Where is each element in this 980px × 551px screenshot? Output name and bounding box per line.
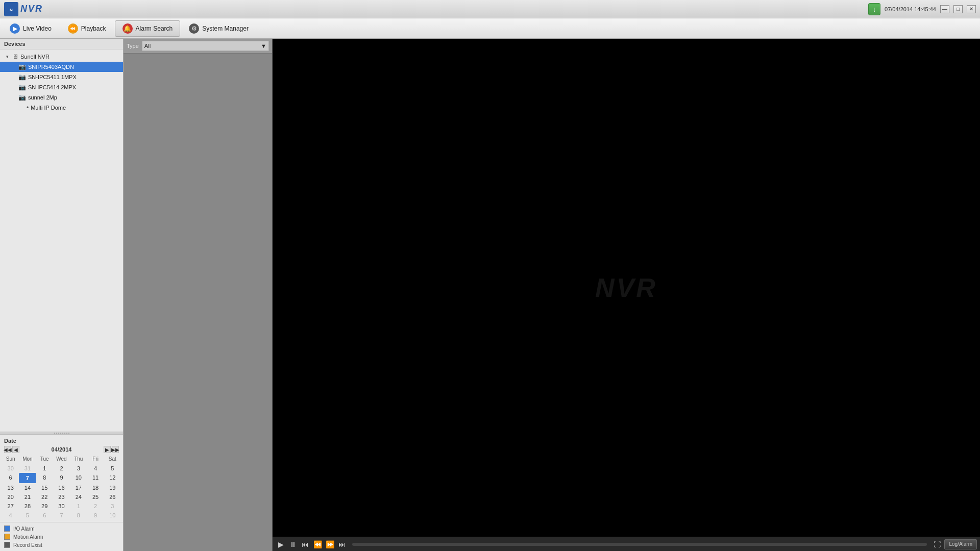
nav-system-label: System Manager xyxy=(202,25,249,32)
nav-live-label: Live Video xyxy=(23,25,52,32)
cal-day-cell[interactable]: 20 xyxy=(2,492,19,502)
cal-day-cell[interactable]: 14 xyxy=(19,483,36,492)
skip-fwd-button[interactable]: ⏭ xyxy=(337,539,347,549)
cal-day-cell[interactable]: 1 xyxy=(36,464,53,473)
timeline-bar[interactable] xyxy=(352,543,927,546)
cal-header-tue: Tue xyxy=(36,455,53,463)
tree-item-nvr-root[interactable]: ▾ 🖥 Sunell NVR xyxy=(0,52,123,62)
cal-day-cell[interactable]: 4 xyxy=(87,464,104,473)
tree-device-icon: 📷 xyxy=(18,73,26,81)
cal-day-cell[interactable]: 8 xyxy=(70,511,87,520)
tree-item-cam5[interactable]: • Multi IP Dome xyxy=(0,103,123,113)
type-dropdown[interactable]: All ▼ xyxy=(142,41,269,51)
cal-day-cell[interactable]: 17 xyxy=(70,483,87,492)
calendar-nav: ◀◀ ◀ 04/2014 ▶ ▶▶ xyxy=(2,445,121,454)
nav-playback[interactable]: ⏪ Playback xyxy=(60,20,114,37)
skip-back-button[interactable]: ⏮ xyxy=(300,539,310,549)
tree-device-icon: 📷 xyxy=(18,84,26,91)
cal-next-button[interactable]: ▶ xyxy=(104,446,111,453)
legend: I/O Alarm Motion Alarm Record Exist xyxy=(0,522,123,551)
play-button[interactable]: ▶ xyxy=(276,539,286,549)
cal-day-cell[interactable]: 9 xyxy=(87,511,104,520)
cal-day-cell[interactable]: 6 xyxy=(2,473,19,483)
cal-day-cell[interactable]: 16 xyxy=(53,483,70,492)
step-back-button[interactable]: ⏪ xyxy=(312,539,323,549)
cal-day-cell[interactable]: 30 xyxy=(2,464,19,473)
step-fwd-button[interactable]: ⏩ xyxy=(325,539,335,549)
cal-day-cell[interactable]: 8 xyxy=(36,473,53,483)
cal-day-cell[interactable]: 3 xyxy=(104,502,121,511)
cal-day-cell[interactable]: 4 xyxy=(2,511,19,520)
nav-live-video[interactable]: ▶ Live Video xyxy=(2,20,59,37)
legend-label: I/O Alarm xyxy=(13,526,35,532)
nvr-watermark: NVR xyxy=(595,272,657,303)
cal-day-cell[interactable]: 18 xyxy=(87,483,104,492)
cal-day-cell[interactable]: 9 xyxy=(53,473,70,483)
pause-button[interactable]: ⏸ xyxy=(288,539,298,549)
nav-system-manager[interactable]: ⚙ System Manager xyxy=(181,20,256,37)
tree-item-cam3[interactable]: 📷 SN IPC5414 2MPX xyxy=(0,82,123,92)
tree-item-label: sunnel 2Mp xyxy=(28,94,119,101)
maximize-button[interactable]: □ xyxy=(953,5,963,13)
nav-alarm-search[interactable]: 🔔 Alarm Search xyxy=(115,20,181,37)
cal-day-cell[interactable]: 19 xyxy=(104,483,121,492)
cal-day-cell[interactable]: 30 xyxy=(53,502,70,511)
minimize-button[interactable]: — xyxy=(940,5,949,13)
cal-day-cell[interactable]: 3 xyxy=(70,464,87,473)
cal-week-1: 6789101112 xyxy=(2,473,121,483)
fullscreen-button[interactable]: ⛶ xyxy=(932,539,942,549)
date-label: Date xyxy=(2,437,121,445)
tree-item-cam4[interactable]: 📷 sunnel 2Mp xyxy=(0,92,123,103)
download-button[interactable]: ↓ xyxy=(868,3,880,15)
legend-color-box xyxy=(4,542,10,548)
cal-day-cell[interactable]: 6 xyxy=(36,511,53,520)
device-tree: ▾ 🖥 Sunell NVR 📷 SNIPR5403AQDN 📷 SN-IPC5… xyxy=(0,49,123,432)
cal-prev-prev-button[interactable]: ◀◀ xyxy=(4,446,11,453)
cal-day-cell[interactable]: 25 xyxy=(87,492,104,502)
cal-month-year: 04/2014 xyxy=(52,446,72,453)
tree-device-icon: 📷 xyxy=(18,94,26,101)
cal-day-cell[interactable]: 7 xyxy=(19,473,36,483)
tree-item-cam2[interactable]: 📷 SN-IPC5411 1MPX xyxy=(0,72,123,82)
cal-day-cell[interactable]: 21 xyxy=(19,492,36,502)
cal-day-cell[interactable]: 5 xyxy=(19,511,36,520)
close-button[interactable]: ✕ xyxy=(967,5,976,13)
cal-day-cell[interactable]: 22 xyxy=(36,492,53,502)
cal-week-3: 20212223242526 xyxy=(2,492,121,502)
cal-day-cell[interactable]: 10 xyxy=(70,473,87,483)
type-dropdown-arrow: ▼ xyxy=(261,43,266,49)
cal-header-sat: Sat xyxy=(104,455,121,463)
cal-day-cell[interactable]: 5 xyxy=(104,464,121,473)
legend-item-i/o-alarm: I/O Alarm xyxy=(4,524,119,533)
log-alarm-button[interactable]: Log/Alarm xyxy=(944,539,977,549)
cal-day-cell[interactable]: 24 xyxy=(70,492,87,502)
cal-header-row: SunMonTueWedThuFriSat xyxy=(2,455,121,463)
cal-prev-button[interactable]: ◀ xyxy=(12,446,19,453)
cal-day-cell[interactable]: 1 xyxy=(70,502,87,511)
cal-day-cell[interactable]: 10 xyxy=(104,511,121,520)
alarm-list-panel: Type All ▼ xyxy=(124,39,273,551)
tree-device-icon: 📷 xyxy=(18,63,26,70)
cal-day-cell[interactable]: 2 xyxy=(53,464,70,473)
cal-week-5: 45678910 xyxy=(2,511,121,520)
video-panel: NVR ▶ ⏸ ⏮ ⏪ ⏩ ⏭ ⛶ Log/Alarm xyxy=(273,39,980,551)
tree-item-cam1[interactable]: 📷 SNIPR5403AQDN xyxy=(0,62,123,72)
alarm-list xyxy=(124,54,272,551)
cal-day-cell[interactable]: 23 xyxy=(53,492,70,502)
cal-day-cell[interactable]: 15 xyxy=(36,483,53,492)
cal-day-cell[interactable]: 31 xyxy=(19,464,36,473)
cal-day-cell[interactable]: 28 xyxy=(19,502,36,511)
cal-day-cell[interactable]: 12 xyxy=(104,473,121,483)
cal-day-cell[interactable]: 27 xyxy=(2,502,19,511)
cal-next-next-button[interactable]: ▶▶ xyxy=(112,446,119,453)
cal-day-cell[interactable]: 29 xyxy=(36,502,53,511)
cal-day-cell[interactable]: 13 xyxy=(2,483,19,492)
cal-day-cell[interactable]: 26 xyxy=(104,492,121,502)
tree-expand-icon xyxy=(10,64,16,70)
cal-day-cell[interactable]: 7 xyxy=(53,511,70,520)
cal-day-cell[interactable]: 11 xyxy=(87,473,104,483)
live-video-icon: ▶ xyxy=(10,23,20,34)
cal-day-cell[interactable]: 2 xyxy=(87,502,104,511)
type-label: Type xyxy=(127,43,139,49)
title-bar: N NVR ↓ 07/04/2014 14:45:44 — □ ✕ xyxy=(0,0,980,18)
